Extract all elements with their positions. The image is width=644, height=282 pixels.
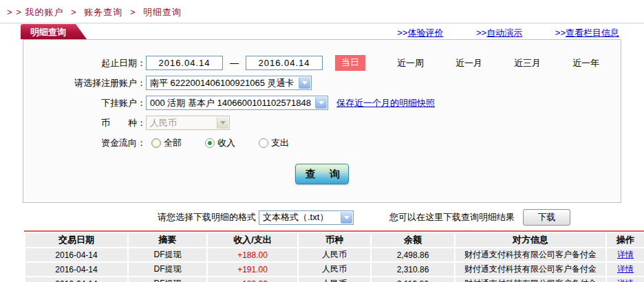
col-header-currency: 币种 (299, 233, 370, 247)
tab-bar: 明细查询 >>体验评价 >>自动演示 >>查看栏目信息 (0, 24, 644, 39)
link-arrows: >> (397, 28, 407, 38)
cell-balance: 2,498.86 (372, 248, 454, 261)
breadcrumb-separator: > (130, 7, 136, 17)
breadcrumb-item-my-account[interactable]: 我的账户 (25, 7, 63, 17)
download-hint: 您可以在这里下载查询明细结果 (389, 211, 515, 224)
fund-flow-label: 资金流向： (23, 137, 146, 149)
col-header-balance: 余额 (372, 233, 454, 247)
col-header-date: 交易日期 (25, 233, 127, 247)
link-arrows: >> (476, 28, 486, 38)
cell-counterparty: 财付通支付科技有限公司客户备付金 (455, 263, 605, 276)
chevron-down-icon (341, 212, 352, 224)
cell-amount: +188.00 (208, 248, 297, 261)
cell-date: 2016-04-14 (25, 263, 127, 276)
sub-account-select[interactable]: 000 活期 基本户 1406600101102571848 (146, 96, 328, 110)
quick-range-year-link[interactable]: 近一年 (572, 57, 599, 69)
query-form-panel: 起止日期： — 当日 近一周 近一月 近三月 近一年 请选择注册账户： 南平 6… (23, 39, 621, 203)
currency-value: 人民币 (150, 117, 177, 129)
quick-range-week-link[interactable]: 近一周 (397, 57, 424, 69)
column-info-link[interactable]: >>查看栏目信息 (555, 28, 619, 38)
table-header-row: 交易日期 摘要 收入/支出 币种 余额 对方信息 操作 (25, 233, 644, 247)
date-range-row: 起止日期： — 当日 近一周 近一月 近三月 近一年 (23, 54, 621, 72)
cell-counterparty: 财付通支付科技有限公司客户备付金 (455, 248, 605, 261)
quick-range-quarter-link[interactable]: 近三月 (514, 57, 541, 69)
currency-label: 币 种： (23, 117, 146, 129)
col-header-summary: 摘要 (129, 233, 206, 247)
radio-icon (151, 138, 161, 148)
col-header-amount: 收入/支出 (208, 233, 297, 247)
cell-currency: 人民币 (299, 248, 370, 261)
query-button[interactable]: 查 询 (295, 164, 349, 184)
cell-amount: +191.00 (208, 263, 297, 276)
sub-account-label: 下挂账户： (23, 97, 146, 109)
start-date-input[interactable] (146, 56, 223, 70)
breadcrumb-item-detail-query[interactable]: 明细查询 (143, 7, 182, 17)
breadcrumb-prefix: > > (7, 7, 22, 17)
col-header-counterparty: 对方信息 (455, 233, 605, 247)
date-range-label: 起止日期： (23, 57, 146, 69)
table-row: 2016-04-14 DF提现 +191.00 人民币 2,310.86 财付通… (25, 263, 644, 276)
cell-counterparty: 财付通支付科技有限公司客户备付金 (455, 277, 605, 282)
chevron-down-icon (315, 97, 327, 109)
fund-flow-row: 资金流向： 全部 收入 支出 (23, 133, 621, 152)
detail-link[interactable]: 详情 (617, 264, 634, 274)
save-snapshot-link[interactable]: 保存近一个月的明细快照 (336, 97, 435, 109)
detail-link[interactable]: 详情 (617, 250, 634, 259)
link-arrows: >> (555, 28, 566, 38)
table-row: 2016-04-14 DF提现 +188.00 人民币 2,498.86 财付通… (25, 248, 644, 261)
radio-icon (259, 138, 268, 148)
cell-summary: DF提现 (129, 263, 206, 276)
breadcrumb-separator: > (71, 7, 77, 17)
auto-demo-link[interactable]: >>自动演示 (476, 28, 522, 38)
download-format-label: 请您选择下载明细的格式 (158, 211, 256, 224)
breadcrumb: > > 我的账户 > 账务查询 > 明细查询 (0, 0, 644, 23)
download-format-value: 文本格式（.txt） (263, 211, 328, 224)
radio-icon (205, 138, 215, 148)
cell-date: 2016-04-14 (25, 248, 127, 261)
date-separator: — (230, 58, 239, 68)
end-date-input[interactable] (246, 56, 323, 70)
cell-amount: +183.00 (208, 277, 297, 282)
table-row: 2016-04-14 DF提现 +183.00 人民币 2,119.86 财付通… (25, 277, 644, 282)
registered-account-value: 南平 6222001406100921065 灵通卡 (150, 77, 294, 89)
registered-account-select[interactable]: 南平 6222001406100921065 灵通卡 (146, 76, 312, 90)
query-button-row: 查 询 (23, 164, 621, 184)
chevron-down-icon (217, 117, 228, 129)
flow-radio-expense[interactable]: 支出 (259, 137, 289, 149)
flow-radio-income[interactable]: 收入 (205, 137, 235, 149)
currency-row: 币 种： 人民币 (23, 113, 621, 132)
download-format-select[interactable]: 文本格式（.txt） (259, 210, 354, 225)
quick-range-month-link[interactable]: 近一月 (455, 57, 482, 69)
cell-summary: DF提现 (129, 248, 206, 261)
cell-summary: DF提现 (129, 277, 206, 282)
sub-account-row: 下挂账户： 000 活期 基本户 1406600101102571848 保存近… (23, 94, 621, 112)
quick-range-today-button[interactable]: 当日 (335, 55, 365, 71)
download-button[interactable]: 下载 (523, 209, 570, 226)
cell-balance: 2,119.86 (372, 277, 454, 282)
currency-select: 人民币 (146, 116, 230, 130)
experience-rating-link[interactable]: >>体验评价 (397, 28, 443, 38)
transaction-table: 交易日期 摘要 收入/支出 币种 余额 对方信息 操作 2016-04-14 D… (24, 232, 644, 282)
cell-currency: 人民币 (299, 277, 370, 282)
header-links: >>体验评价 >>自动演示 >>查看栏目信息 (367, 27, 619, 39)
sub-account-value: 000 活期 基本户 1406600101102571848 (150, 97, 311, 109)
cell-balance: 2,310.86 (372, 263, 454, 276)
registered-account-label: 请选择注册账户： (23, 77, 146, 89)
registered-account-row: 请选择注册账户： 南平 6222001406100921065 灵通卡 (23, 74, 621, 92)
flow-radio-all[interactable]: 全部 (151, 137, 182, 149)
detail-link[interactable]: 详情 (617, 279, 634, 282)
cell-date: 2016-04-14 (25, 277, 127, 282)
cell-currency: 人民币 (299, 263, 370, 276)
download-row: 请您选择下载明细的格式 文本格式（.txt） 您可以在这里下载查询明细结果 下载 (158, 209, 644, 226)
breadcrumb-item-account-query[interactable]: 账务查询 (84, 7, 122, 17)
chevron-down-icon (299, 77, 310, 89)
tab-detail-query: 明细查询 (21, 24, 87, 39)
col-header-action: 操作 (607, 233, 644, 247)
